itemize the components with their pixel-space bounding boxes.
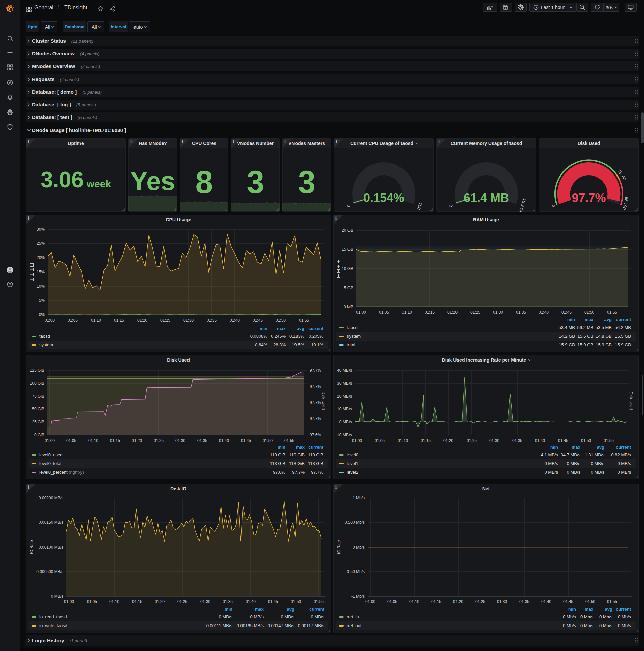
svg-text:0: 0 xyxy=(448,204,454,208)
svg-text:80: 80 xyxy=(620,175,627,181)
svg-text:0: 0 xyxy=(550,204,556,208)
svg-text:97.7%: 97.7% xyxy=(572,191,606,205)
svg-text:75: 75 xyxy=(616,168,623,176)
svg-text:15.9 GB: 15.9 GB xyxy=(517,198,527,212)
svg-text:95: 95 xyxy=(623,196,629,202)
svg-text:?: ? xyxy=(9,282,11,286)
svg-text:100: 100 xyxy=(416,202,423,210)
svg-text:0: 0 xyxy=(346,204,351,208)
svg-text:0.154%: 0.154% xyxy=(363,191,404,205)
svg-text:61.4 MB: 61.4 MB xyxy=(463,191,509,205)
svg-text:100: 100 xyxy=(621,202,629,210)
